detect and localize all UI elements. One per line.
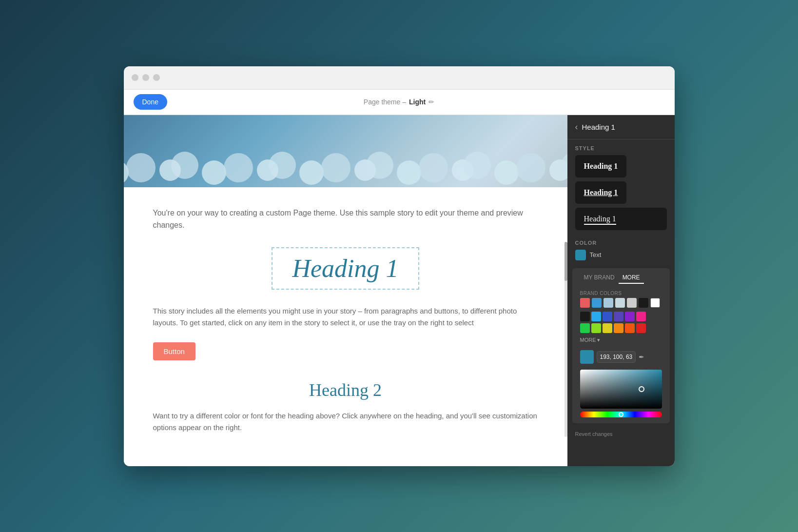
app-window: Done Page theme – Light ✏ You're on your…: [124, 66, 675, 466]
style-option-underline[interactable]: Heading 1: [575, 181, 627, 204]
palette-row-1: [572, 312, 670, 323]
page-theme-label: Page theme – Light ✏: [364, 98, 434, 106]
brand-swatch-6[interactable]: [650, 298, 660, 308]
brand-swatch-5[interactable]: [639, 298, 648, 308]
more-colors-label: MORE: [580, 337, 596, 343]
palette-swatch-3[interactable]: [614, 312, 623, 321]
brand-swatch-4[interactable]: [627, 298, 637, 308]
brand-swatches-row: [572, 298, 670, 312]
traffic-lights: [132, 74, 160, 81]
brand-swatch-2[interactable]: [603, 298, 613, 308]
revert-changes-link[interactable]: Revert changes: [575, 431, 613, 437]
tab-more[interactable]: MORE: [619, 272, 644, 284]
revert-area: Revert changes: [567, 425, 675, 442]
style-option-bold[interactable]: Heading 1: [575, 155, 627, 177]
palette-swatch-0[interactable]: [580, 312, 590, 321]
palette-swatch-2[interactable]: [603, 312, 612, 321]
chevron-down-icon: ▾: [597, 337, 600, 343]
scrollbar-thumb[interactable]: [564, 242, 567, 281]
heading-2-display: Heading 2: [309, 380, 382, 400]
hue-slider[interactable]: [580, 412, 662, 417]
hex-input[interactable]: [597, 351, 636, 363]
heading-2-preview[interactable]: Heading 2: [153, 380, 538, 400]
style-option-underline-label: Heading 1: [584, 188, 618, 197]
heading-1-display: Heading 1: [272, 247, 419, 290]
tab-my-brand[interactable]: MY BRAND: [580, 272, 619, 284]
color-section-label: COLOR: [567, 238, 675, 250]
edit-theme-icon[interactable]: ✏: [428, 98, 434, 106]
back-button[interactable]: ‹: [575, 122, 578, 132]
palette-swatch-1[interactable]: [591, 312, 601, 321]
palette-swatch-6[interactable]: [580, 323, 590, 333]
hex-row: ✒: [572, 347, 670, 367]
hex-swatch[interactable]: [580, 350, 594, 364]
brand-swatch-3[interactable]: [615, 298, 625, 308]
toolbar: Done Page theme – Light ✏: [124, 90, 675, 115]
close-button[interactable]: [132, 74, 138, 81]
done-button[interactable]: Done: [134, 94, 167, 110]
color-picker-panel: MY BRAND MORE BRAND COLORS: [572, 268, 670, 423]
style-section-label: STYLE: [567, 139, 675, 155]
minimize-button[interactable]: [142, 74, 149, 81]
palette-swatch-8[interactable]: [603, 323, 612, 333]
main-area: You're on your way to creating a custom …: [124, 115, 675, 466]
brand-swatch-0[interactable]: [580, 298, 590, 308]
panel-title: Heading 1: [582, 123, 615, 131]
content-section: You're on your way to creating a custom …: [124, 187, 567, 466]
right-panel: ‹ Heading 1 STYLE Heading 1 Heading 1 He…: [567, 115, 675, 466]
preview-button[interactable]: Button: [153, 342, 195, 360]
style-option-underline2-label: Heading 1: [584, 215, 616, 225]
palette-swatch-9[interactable]: [614, 323, 623, 333]
palette-swatch-11[interactable]: [636, 323, 646, 333]
style-option-underline2[interactable]: Heading 1: [575, 208, 667, 230]
titlebar: [124, 66, 675, 90]
palette-row-2: [572, 323, 670, 335]
page-theme-value: Light: [409, 98, 426, 106]
style-options: Heading 1 Heading 1 Heading 1: [567, 155, 675, 238]
heading-1-preview[interactable]: Heading 1: [153, 247, 538, 290]
color-gradient-picker[interactable]: [580, 370, 662, 409]
brand-colors-label: BRAND COLORS: [572, 289, 670, 298]
color-text-row: Text: [567, 250, 675, 266]
color-tabs: MY BRAND MORE: [572, 272, 670, 284]
heading-2-body: Want to try a different color or font fo…: [153, 410, 538, 433]
palette-swatch-5[interactable]: [636, 312, 646, 321]
palette-swatch-10[interactable]: [625, 323, 635, 333]
panel-header: ‹ Heading 1: [567, 115, 675, 139]
picker-handle[interactable]: [639, 386, 644, 392]
color-text-swatch[interactable]: [575, 250, 586, 260]
brand-swatch-1[interactable]: [592, 298, 602, 308]
palette-swatch-7[interactable]: [591, 323, 601, 333]
intro-text: You're on your way to creating a custom …: [153, 207, 538, 232]
canvas-area[interactable]: You're on your way to creating a custom …: [124, 115, 567, 466]
maximize-button[interactable]: [153, 74, 160, 81]
hero-image: [124, 115, 567, 187]
style-option-bold-label: Heading 1: [584, 162, 618, 170]
body-paragraph: This story includes all the elements you…: [153, 305, 538, 329]
scrollbar[interactable]: [564, 242, 567, 437]
page-theme-text: Page theme –: [364, 98, 406, 106]
hue-handle[interactable]: [619, 412, 623, 417]
palette-swatch-4[interactable]: [625, 312, 635, 321]
eyedropper-icon[interactable]: ✒: [639, 353, 644, 361]
color-text-label: Text: [590, 251, 602, 258]
more-colors-link[interactable]: MORE ▾: [572, 335, 670, 347]
